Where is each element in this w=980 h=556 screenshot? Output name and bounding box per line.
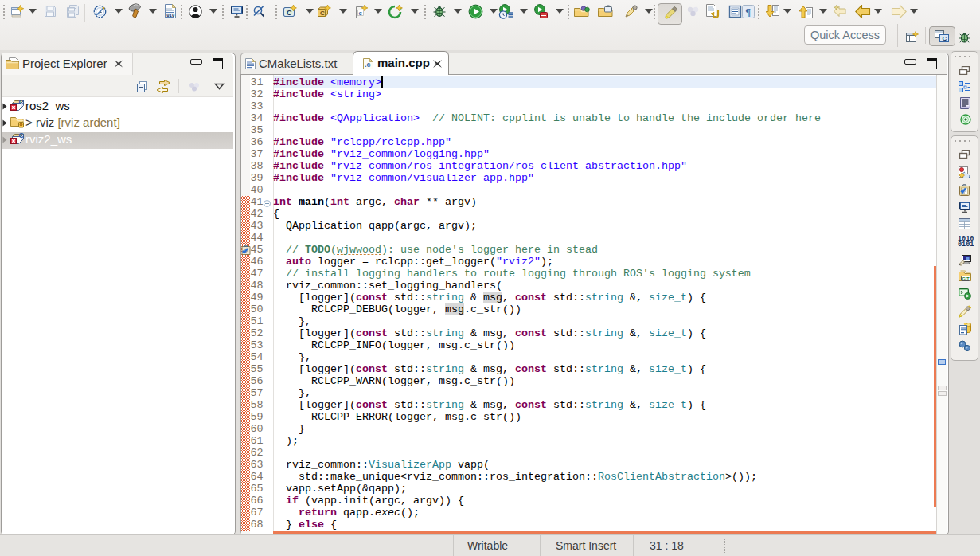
svg-text:C: C xyxy=(287,9,292,17)
svg-text:c: c xyxy=(359,10,363,17)
svg-text:010: 010 xyxy=(166,13,175,18)
svg-text:C: C xyxy=(943,35,947,42)
svg-text:¶: ¶ xyxy=(745,6,751,18)
svg-text:C: C xyxy=(320,10,325,17)
svg-text:.c: .c xyxy=(365,61,371,69)
svg-text:C: C xyxy=(19,132,25,139)
svg-text:C: C xyxy=(19,99,25,106)
svg-text:GIT: GIT xyxy=(962,276,970,281)
